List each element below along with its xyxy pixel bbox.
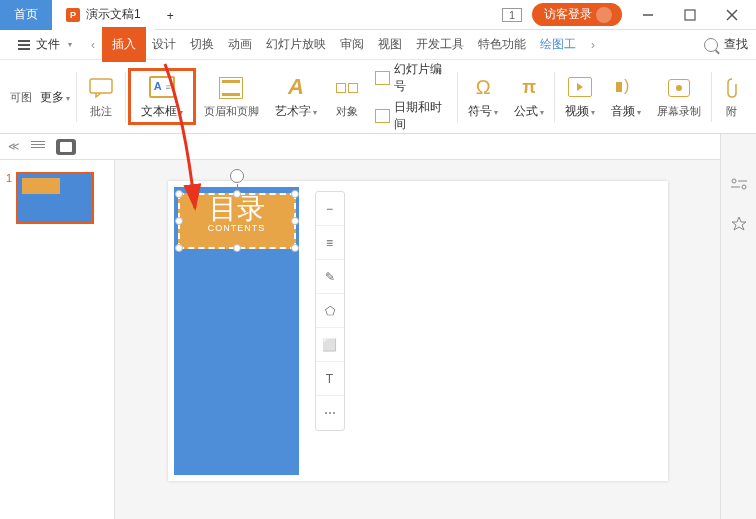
resize-handle-w[interactable] [175, 217, 183, 225]
new-tab-button[interactable]: + [155, 4, 186, 25]
floating-toolbar: − ≡ ✎ ⬠ ⬜ T ⋯ [315, 191, 345, 431]
ribbon-attach[interactable]: 附 [714, 60, 750, 133]
slide-number-icon [375, 71, 390, 85]
presentation-icon: P [66, 8, 80, 22]
tab-developer[interactable]: 开发工具 [410, 31, 470, 58]
search-icon [704, 38, 718, 52]
ribbon: 可图 更多▾ 批注 文本框▾ 页眉和页脚 A 艺术字▾ 对象 幻灯片编号 日期和… [0, 60, 756, 134]
workspace-toolbar: ≪ [0, 134, 720, 160]
object-icon [336, 83, 358, 93]
thumbnail-view-button[interactable] [56, 139, 76, 155]
ribbon-textbox-highlight: 文本框▾ [128, 68, 196, 125]
tab-slideshow[interactable]: 幻灯片放映 [260, 31, 332, 58]
thumbnail-icon [60, 142, 72, 152]
audio-icon [616, 77, 636, 97]
tab-document[interactable]: P 演示文稿1 [52, 0, 155, 30]
symbol-icon: Ω [476, 76, 491, 99]
ribbon-screen-record[interactable]: 屏幕录制 [649, 60, 709, 133]
datetime-icon [375, 109, 390, 123]
resize-handle-n[interactable] [233, 190, 241, 198]
search-button[interactable]: 查找 [704, 36, 748, 53]
rotate-handle[interactable] [230, 169, 244, 183]
svg-rect-1 [685, 10, 695, 20]
tab-home[interactable]: 首页 [0, 0, 52, 30]
sidebar-favorite-button[interactable] [729, 214, 749, 234]
svg-rect-4 [90, 79, 112, 93]
float-text-button[interactable]: T [316, 362, 344, 396]
tab-drawing[interactable]: 绘图工 [534, 31, 582, 58]
scroll-right-button[interactable]: › [584, 38, 602, 52]
workspace: 1 目录 CONTENTS − ≡ [0, 134, 720, 519]
right-sidebar [720, 134, 756, 519]
tab-view[interactable]: 视图 [372, 31, 408, 58]
ribbon-comment[interactable]: 批注 [79, 60, 123, 133]
file-menu[interactable]: 文件 ▾ [8, 36, 82, 53]
tab-transition[interactable]: 切换 [184, 31, 220, 58]
close-button[interactable] [716, 5, 748, 25]
minimize-button[interactable] [632, 5, 664, 25]
outline-view-button[interactable] [28, 139, 48, 155]
float-shape-button[interactable]: ⬠ [316, 294, 344, 328]
title-bar: 首页 P 演示文稿1 + 1 访客登录 [0, 0, 756, 30]
ribbon-audio[interactable]: 音频▾ [603, 60, 649, 133]
ribbon-video[interactable]: 视频▾ [557, 60, 603, 133]
svg-point-5 [732, 179, 736, 183]
slide-thumbnail[interactable]: 1 [0, 168, 114, 228]
resize-handle-se[interactable] [291, 244, 299, 252]
slide-panel: 1 [0, 134, 115, 519]
float-frame-button[interactable]: ⬜ [316, 328, 344, 362]
tab-animation[interactable]: 动画 [222, 31, 258, 58]
float-more-button[interactable]: ⋯ [316, 396, 344, 430]
float-collapse-button[interactable]: − [316, 192, 344, 226]
textbox-title: 目录 [180, 195, 294, 223]
ribbon-slide-number[interactable]: 幻灯片编号 [375, 59, 449, 97]
ribbon-symbol[interactable]: Ω 符号▾ [460, 60, 506, 133]
guest-login-button[interactable]: 访客登录 [532, 3, 622, 26]
ribbon-wordart[interactable]: A 艺术字▾ [267, 60, 325, 133]
outline-icon [31, 141, 45, 153]
ribbon-object[interactable]: 对象 [325, 60, 369, 133]
ribbon-header-footer[interactable]: 页眉和页脚 [196, 60, 267, 133]
textbox-icon [149, 76, 175, 98]
video-icon [568, 77, 592, 97]
maximize-button[interactable] [674, 5, 706, 25]
formula-icon: π [522, 77, 536, 98]
wordart-icon: A [288, 74, 304, 100]
selected-textbox[interactable]: 目录 CONTENTS [178, 193, 296, 249]
float-edit-button[interactable]: ✎ [316, 260, 344, 294]
header-footer-icon [219, 77, 243, 99]
textbox-subtitle: CONTENTS [180, 223, 294, 233]
avatar-icon [596, 7, 612, 23]
tab-design[interactable]: 设计 [146, 31, 182, 58]
hamburger-icon [18, 40, 30, 50]
scroll-left-button[interactable]: ‹ [84, 38, 102, 52]
resize-handle-nw[interactable] [175, 190, 183, 198]
svg-point-7 [742, 185, 746, 189]
slide-thumbnail-preview [16, 172, 94, 224]
resize-handle-s[interactable] [233, 244, 241, 252]
resize-handle-e[interactable] [291, 217, 299, 225]
sidebar-settings-button[interactable] [729, 174, 749, 194]
menu-bar: 文件 ▾ ‹ 插入 设计 切换 动画 幻灯片放映 审阅 视图 开发工具 特色功能… [0, 30, 756, 60]
counter-badge[interactable]: 1 [502, 8, 522, 22]
ribbon-formula[interactable]: π 公式▾ [506, 60, 552, 133]
ribbon-textbox[interactable]: 文本框▾ [133, 73, 191, 120]
resize-handle-sw[interactable] [175, 244, 183, 252]
collapse-panel-button[interactable]: ≪ [8, 140, 20, 153]
tab-features[interactable]: 特色功能 [472, 31, 532, 58]
tab-insert[interactable]: 插入 [104, 29, 144, 60]
resize-handle-ne[interactable] [291, 190, 299, 198]
tab-review[interactable]: 审阅 [334, 31, 370, 58]
document-title: 演示文稿1 [86, 6, 141, 23]
record-icon [668, 79, 690, 97]
ribbon-image-partial[interactable]: 可图 [6, 60, 36, 133]
slide-number-label: 1 [6, 172, 12, 224]
float-layers-button[interactable]: ≡ [316, 226, 344, 260]
slide-canvas[interactable]: 目录 CONTENTS − ≡ ✎ ⬠ ⬜ T ⋯ [168, 181, 668, 481]
ribbon-datetime[interactable]: 日期和时间 [375, 97, 449, 135]
canvas-area[interactable]: 目录 CONTENTS − ≡ ✎ ⬠ ⬜ T ⋯ [115, 134, 720, 519]
ribbon-more[interactable]: 更多▾ [36, 60, 74, 133]
